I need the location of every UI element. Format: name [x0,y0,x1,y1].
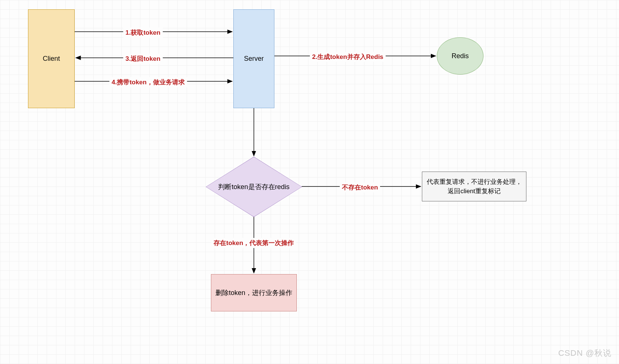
client-node: Client [28,9,75,108]
redis-label: Redis [451,52,469,60]
server-label: Server [244,55,264,63]
server-node: Server [233,9,274,108]
result-node: 代表重复请求，不进行业务处理，返回client重复标记 [422,172,526,201]
edge-label-6: 存在token，代表第一次操作 [211,238,296,248]
edge-label-2: 2.生成token并存入Redis [310,52,386,62]
edge-label-1: 1.获取token [123,28,163,38]
edge-label-3: 3.返回token [123,54,163,64]
decision-label: 判断token是否存在redis [218,182,289,191]
redis-node: Redis [437,37,483,75]
watermark: CSDN @秋说 [558,348,612,359]
result-label: 代表重复请求，不进行业务处理，返回client重复标记 [425,177,523,196]
action-label: 删除token，进行业务操作 [215,288,292,297]
edge-label-4: 4.携带token，做业务请求 [109,77,187,87]
decision-node: 判断token是否存在redis [206,157,302,217]
edge-label-5: 不存在token [340,182,380,192]
action-node: 删除token，进行业务操作 [211,274,297,311]
client-label: Client [43,55,60,63]
